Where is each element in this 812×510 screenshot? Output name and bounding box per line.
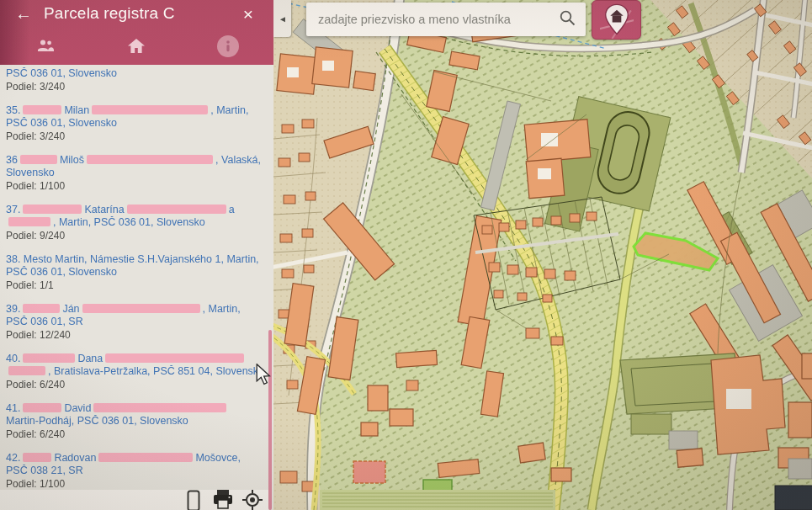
owner-text: Milan bbox=[64, 104, 89, 116]
redaction-bar bbox=[20, 155, 57, 164]
tab-home[interactable] bbox=[91, 39, 182, 53]
owner-text: 38. Mesto Martin, Námestie S.H.Vajanskéh… bbox=[6, 253, 259, 265]
owner-text: 35. bbox=[6, 104, 20, 116]
owner-text: Martin-Podháj, PSČ 036 01, Slovensko bbox=[6, 415, 188, 427]
owner-share: Podiel: 1/1 bbox=[6, 279, 267, 292]
owner-text: David bbox=[64, 402, 91, 414]
redaction-bar bbox=[23, 403, 61, 412]
cadastral-map[interactable] bbox=[273, 0, 812, 510]
owner-share: Podiel: 9/240 bbox=[6, 230, 267, 242]
owner-text: Miloš bbox=[60, 154, 84, 166]
owner-text: , Martin, bbox=[203, 303, 241, 315]
phone-icon[interactable] bbox=[187, 490, 200, 510]
field-strips bbox=[320, 490, 555, 510]
map-area[interactable]: ◄ bbox=[273, 0, 812, 510]
owner-text: 42. bbox=[6, 452, 20, 464]
gps-icon[interactable] bbox=[242, 490, 263, 510]
owner-text: PSČ 036 01, Slovensko bbox=[6, 117, 117, 129]
redaction-bar bbox=[8, 366, 45, 375]
app-window: ← Parcela registra C × bbox=[0, 0, 812, 510]
chevron-left-icon: ◄ bbox=[279, 14, 287, 24]
people-icon bbox=[35, 39, 56, 53]
owner-entry[interactable]: 36Miloš, Valaská,SlovenskoPodiel: 1/100 bbox=[6, 154, 267, 193]
back-icon[interactable]: ← bbox=[15, 5, 32, 22]
owner-text: PSČ 036 01, Slovensko bbox=[6, 67, 117, 79]
redaction-bar bbox=[127, 205, 226, 214]
owner-list: PSČ 036 01, SlovenskoPodiel: 3/24035.Mil… bbox=[0, 65, 273, 491]
owner-share: Podiel: 1/100 bbox=[6, 478, 267, 491]
tab-owners[interactable] bbox=[0, 39, 91, 53]
owner-share: Podiel: 1/100 bbox=[6, 180, 267, 193]
owner-share: Podiel: 12/240 bbox=[6, 329, 267, 342]
redaction-bar bbox=[93, 403, 226, 412]
owner-text: , Martin, PSČ 036 01, Slovensko bbox=[53, 216, 205, 228]
panel-scrollbar[interactable] bbox=[268, 330, 272, 510]
owner-text: Ján bbox=[62, 303, 79, 315]
owner-text: 40. bbox=[6, 353, 20, 364]
map-pin-home-icon bbox=[600, 3, 634, 39]
redaction-bar bbox=[98, 453, 193, 462]
owner-share: Podiel: 6/240 bbox=[6, 379, 267, 391]
search-icon[interactable] bbox=[560, 10, 576, 29]
owner-text: Radovan bbox=[54, 452, 96, 464]
tab-info[interactable] bbox=[183, 35, 273, 57]
panel-bottom-bar bbox=[0, 490, 269, 510]
redaction-bar bbox=[23, 353, 75, 363]
owner-text: PSČ 036 01, SR bbox=[6, 316, 83, 327]
owner-text: PSČ 036 01, Slovensko bbox=[6, 266, 117, 278]
locate-parcel-button[interactable] bbox=[592, 0, 641, 40]
owner-text: Mošovce, bbox=[195, 452, 241, 464]
parcel-panel: ← Parcela registra C × bbox=[0, 0, 273, 510]
owner-text: Slovensko bbox=[6, 167, 55, 178]
owner-text: Dana bbox=[77, 353, 103, 364]
redaction-bar bbox=[23, 105, 61, 114]
owner-share: Podiel: 3/240 bbox=[6, 81, 267, 93]
panel-tabs bbox=[0, 27, 273, 65]
mouse-cursor bbox=[255, 364, 272, 385]
owner-text: 39. bbox=[6, 303, 20, 315]
owner-entry[interactable]: 40.Dana, Bratislava-Petržalka, PSČ 851 0… bbox=[6, 353, 267, 391]
owner-text: , Martin, bbox=[210, 104, 248, 116]
owner-text: 41. bbox=[6, 402, 20, 414]
redaction-bar bbox=[82, 304, 200, 313]
owner-entry[interactable]: 41.DavidMartin-Podháj, PSČ 036 01, Slove… bbox=[6, 402, 267, 441]
owner-entry[interactable]: 42.RadovanMošovce,PSČ 038 21, SRPodiel: … bbox=[6, 452, 267, 491]
owner-entry[interactable]: 35.Milan, Martin,PSČ 036 01, SlovenskoPo… bbox=[6, 104, 267, 143]
redaction-bar bbox=[92, 105, 208, 114]
panel-collapse-button[interactable]: ◄ bbox=[273, 0, 291, 37]
home-icon bbox=[128, 39, 145, 53]
redaction-bar bbox=[23, 453, 51, 462]
owner-text: Katarína bbox=[84, 204, 124, 215]
owner-entry[interactable]: 39.Ján, Martin,PSČ 036 01, SRPodiel: 12/… bbox=[6, 303, 267, 342]
redaction-bar bbox=[105, 353, 244, 363]
owner-entry[interactable]: 38. Mesto Martin, Námestie S.H.Vajanskéh… bbox=[6, 253, 267, 292]
red-parcel bbox=[353, 461, 385, 483]
redaction-bar bbox=[23, 205, 82, 214]
search-input[interactable] bbox=[306, 13, 560, 26]
owner-text: 36 bbox=[6, 154, 18, 166]
panel-title: Parcela registra C bbox=[44, 4, 243, 23]
owner-entry[interactable]: 37.Katarínaa, Martin, PSČ 036 01, Sloven… bbox=[6, 204, 267, 242]
redaction-bar bbox=[87, 155, 213, 164]
owner-share: Podiel: 3/240 bbox=[6, 130, 267, 143]
navy-block bbox=[775, 486, 812, 510]
owner-entry[interactable]: PSČ 036 01, SlovenskoPodiel: 3/240 bbox=[6, 67, 267, 93]
owner-text: 37. bbox=[6, 204, 20, 215]
owner-text: , Valaská, bbox=[215, 154, 261, 166]
redaction-bar bbox=[8, 217, 50, 226]
close-icon[interactable]: × bbox=[243, 5, 253, 23]
info-icon bbox=[217, 35, 239, 57]
owner-text: PSČ 038 21, SR bbox=[6, 465, 83, 476]
owner-text: a bbox=[229, 204, 235, 215]
owner-share: Podiel: 6/240 bbox=[6, 428, 267, 441]
owner-search-bar bbox=[306, 3, 586, 36]
owner-text: , Bratislava-Petržalka, PSČ 851 04, Slov… bbox=[48, 365, 264, 377]
redaction-bar bbox=[23, 304, 60, 313]
panel-header: ← Parcela registra C × bbox=[0, 0, 273, 65]
print-icon[interactable] bbox=[213, 490, 233, 510]
